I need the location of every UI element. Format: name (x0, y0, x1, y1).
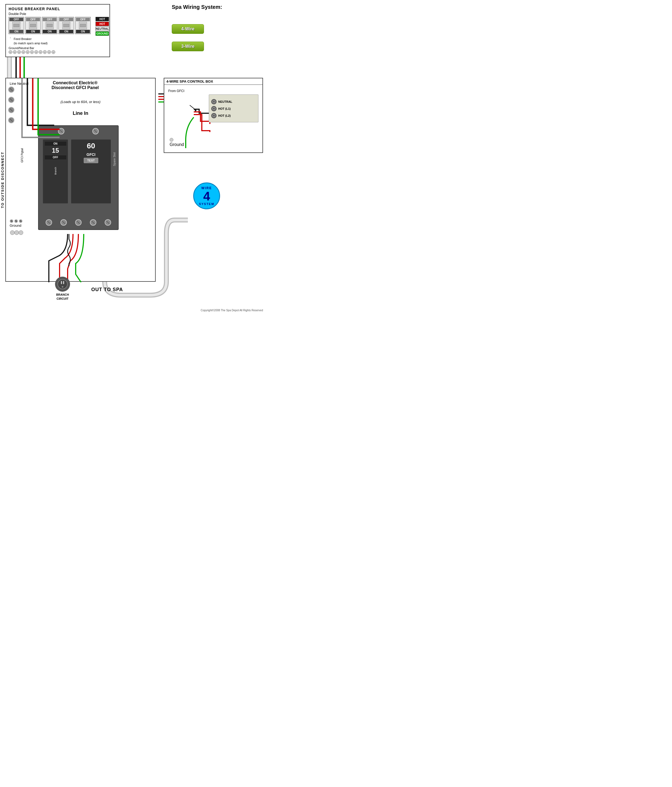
breaker-switch-3[interactable] (46, 22, 54, 29)
svg-rect-9 (63, 281, 64, 284)
breaker-off-3: OFF (43, 18, 57, 21)
terminal-screw-l2 (211, 113, 217, 119)
bar-screw-11: – (52, 50, 55, 54)
switch-inner-5 (80, 24, 86, 27)
svg-marker-12 (194, 109, 196, 112)
line-in-label: Line In (6, 111, 155, 116)
to-outside-text: TO OUTSIDE DISCONNECT (0, 152, 5, 208)
spa-ground-label: Ground (169, 138, 184, 147)
ground-text: Ground (9, 223, 22, 228)
gfci-box: ON 15 OFF Branch 60 GFCI TEST Spare Slot (38, 125, 119, 230)
gfci-breaker[interactable]: 60 GFCI TEST (71, 139, 111, 204)
breaker-switch-4[interactable] (62, 22, 70, 29)
gnd-screw-3 (19, 219, 22, 223)
terminal-l2-label: HOT (L2) (218, 114, 231, 117)
ground-neutral-bar-label: Ground/Neutral Bar (9, 46, 107, 50)
house-breaker-panel: HOUSE BREAKER PANEL Double Pole OFF ON O… (5, 4, 110, 57)
screw-ln-3 (8, 107, 14, 113)
branch-breaker[interactable]: ON 15 OFF Branch (43, 139, 68, 204)
terminal-hot-l2: HOT (L2) (211, 113, 256, 119)
branch-circuit-area: BRANCHCIRCUIT (55, 277, 70, 300)
screw-ln-2 (8, 96, 14, 103)
spa-ground-screws (169, 138, 184, 142)
bar-screw-9: – (43, 50, 47, 54)
hot1-color: HOT (96, 17, 109, 21)
to-outside-disconnect-label: TO OUTSIDE DISCONNECT (0, 78, 5, 282)
spa-wiring-title: Spa Wiring System: (172, 4, 222, 10)
branch-on: ON (45, 142, 66, 146)
legend: HOT HOT NEUTRAL GROUND (96, 17, 109, 36)
wire4-button[interactable]: 4-Wire (172, 24, 204, 34)
breaker-5[interactable]: OFF ON (75, 17, 91, 34)
breaker-switch-5[interactable] (79, 22, 87, 29)
bar-screw-8: – (39, 50, 43, 54)
switch-inner-1 (13, 24, 19, 27)
bar-screw-4: – (22, 50, 25, 54)
branch-number: 15 (52, 147, 59, 154)
feed-breaker-label: Feed Breaker (14, 37, 47, 41)
breaker-on-2: ON (26, 30, 40, 33)
gfci-top-screws (39, 128, 118, 134)
bottom-screw-5 (105, 219, 111, 226)
wire3-button[interactable]: 3-Wire (172, 41, 204, 51)
breaker-3[interactable]: OFF ON (42, 17, 57, 34)
breaker-switch-2[interactable] (29, 22, 37, 29)
bar-screw-10: – (47, 50, 51, 54)
double-pole-label: Double Pole (9, 12, 107, 16)
ground-screws (9, 219, 22, 223)
terminal-neutral-label: NEUTRAL (218, 100, 232, 103)
spa-control-title: 4-WIRE SPA CONTROL BOX (164, 78, 262, 85)
from-gfci-label: From GFCI (168, 89, 184, 93)
gfci-panel-title-text: Connecticut Electric®Disconnect GFCI Pan… (52, 81, 99, 90)
screw-ln-4 (8, 117, 14, 123)
spa-control-box: 4-WIRE SPA CONTROL BOX From GFCI (164, 78, 263, 153)
ground-color: GROUND (96, 32, 109, 36)
neutral-color: NEUTRAL (96, 27, 109, 31)
terminal-hot-l1: HOT (L1) (211, 106, 256, 111)
wire4-system-badge: WIRE 4 SYSTEM (193, 182, 220, 209)
svg-point-5 (14, 231, 19, 235)
breaker-2[interactable]: OFF ON (25, 17, 41, 34)
copyright: Copyright©2008 The Spa Depot All Rights … (201, 309, 263, 312)
screw-ln-1 (8, 86, 14, 93)
top-screw-2 (92, 128, 99, 134)
gfci-label: GFCI (86, 152, 95, 157)
test-button[interactable]: TEST (84, 158, 98, 163)
terminal-board: NEUTRAL HOT (L1) HOT (L2) (209, 95, 258, 122)
spare-slot-label: Spare Slot (113, 139, 116, 166)
switch-inner-2 (30, 24, 36, 27)
bar-screw-3: – (17, 50, 21, 54)
gnd-screw-2 (14, 219, 18, 223)
svg-rect-8 (61, 281, 62, 284)
terminal-l1-label: HOT (L1) (218, 107, 231, 110)
branch-off: OFF (45, 155, 66, 160)
switch-inner-4 (63, 24, 69, 27)
gnd-screw-1 (9, 219, 13, 223)
line-neutral-label: Line Neutral (9, 82, 28, 85)
terminal-screw-l1 (211, 106, 217, 111)
svg-point-6 (19, 231, 23, 235)
breaker-4[interactable]: OFF ON (59, 17, 74, 34)
breaker-1[interactable]: OFF ON (9, 17, 24, 34)
spa-ground-text: Ground (169, 142, 184, 147)
gfci-60: 60 (87, 142, 95, 150)
terminal-neutral: NEUTRAL (211, 99, 256, 104)
loads-label: (Loads up to 60A, or less) (6, 100, 155, 104)
breaker-off-5: OFF (76, 18, 90, 21)
bottom-screw-1 (46, 219, 52, 226)
svg-point-10 (62, 286, 63, 288)
branch-circuit-plug (55, 277, 70, 292)
feed-breaker-sublabel: (to match spa's amp load) (14, 41, 47, 45)
bar-screw-1: – (9, 50, 12, 54)
gfci-panel-title: Connecticut Electric®Disconnect GFCI Pan… (52, 81, 99, 90)
bar-screw-7: – (34, 50, 38, 54)
breaker-on-1: ON (9, 30, 23, 33)
bar-screw-2: – (13, 50, 17, 54)
breaker-switch-1[interactable] (12, 22, 21, 29)
ground-label-main: Ground (9, 219, 22, 228)
svg-line-11 (190, 105, 196, 111)
gfci-pigtail-label: GFCI Pigtail (21, 148, 24, 163)
legend-neutral: NEUTRAL (96, 27, 109, 31)
breaker-off-2: OFF (26, 18, 40, 21)
branch-circuit-label: BRANCHCIRCUIT (55, 293, 70, 300)
